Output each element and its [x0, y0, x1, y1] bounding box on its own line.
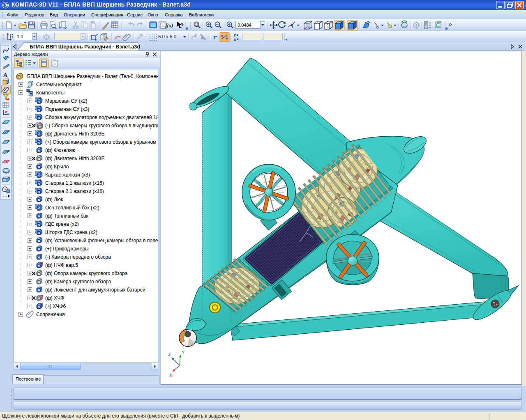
svg-text:Y: Y [182, 350, 185, 355]
svg-text:...: ... [118, 37, 121, 41]
svg-text:A: A [3, 72, 8, 78]
svg-text:?: ? [180, 22, 184, 29]
svg-text:X: X [169, 373, 173, 378]
svg-text:Z: Z [168, 352, 171, 357]
svg-text:f(x): f(x) [165, 22, 173, 28]
svg-text:x: x [234, 37, 236, 42]
